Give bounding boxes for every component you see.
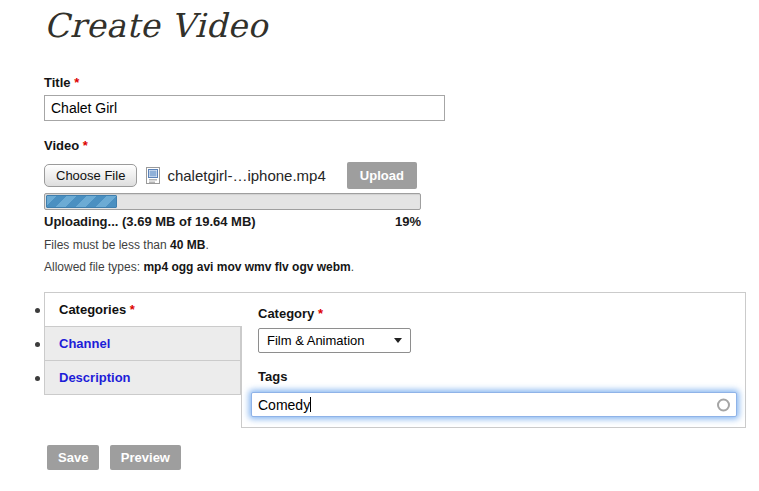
save-button[interactable]: Save — [47, 445, 99, 470]
vertical-tabs: Categories * Channel Description Categor… — [44, 292, 759, 428]
bullet-icon — [35, 308, 40, 313]
help-text: Files must be less than — [44, 238, 170, 252]
tags-input[interactable] — [251, 392, 737, 417]
text-cursor — [310, 397, 311, 412]
progress-percent: 19% — [395, 214, 421, 229]
tab-label: Categories — [59, 302, 126, 317]
category-selected-value: Film & Animation — [267, 333, 365, 348]
title-label: Title * — [44, 75, 759, 90]
upload-progress-bar — [44, 193, 421, 210]
bullet-icon — [35, 376, 40, 381]
autocomplete-throbber-icon — [717, 398, 730, 411]
tab-description[interactable]: Description — [44, 360, 241, 395]
page-title: Create Video — [44, 6, 759, 45]
preview-button[interactable]: Preview — [110, 445, 181, 470]
create-video-form: Create Video Title * Video * Choose File… — [0, 0, 759, 470]
file-upload-help: Files must be less than 40 MB. Allowed f… — [44, 238, 759, 274]
tags-input-wrap — [251, 392, 737, 417]
category-label-text: Category — [258, 306, 314, 321]
vertical-tab-list: Categories * Channel Description — [44, 292, 241, 394]
bullet-icon — [35, 342, 40, 347]
required-asterisk: * — [74, 75, 79, 90]
title-input[interactable] — [44, 95, 445, 121]
required-asterisk: * — [83, 138, 88, 153]
title-field-group: Title * — [44, 75, 759, 121]
file-upload-row: Choose File chaletgirl-…iphone.mp4 Uploa… — [44, 161, 759, 189]
required-asterisk: * — [318, 306, 323, 321]
tab-categories[interactable]: Categories * — [44, 292, 242, 327]
help-line-size: Files must be less than 40 MB. — [44, 238, 759, 252]
chevron-down-icon — [394, 338, 402, 343]
category-select[interactable]: Film & Animation — [258, 328, 411, 353]
tags-label: Tags — [258, 369, 737, 384]
video-label: Video * — [44, 138, 759, 153]
tab-label: Channel — [59, 336, 110, 351]
category-label: Category * — [258, 306, 737, 321]
help-line-types: Allowed file types: mp4 ogg avi mov wmv … — [44, 260, 759, 274]
video-label-text: Video — [44, 138, 79, 153]
help-bold-text: mp4 ogg avi mov wmv flv ogv webm — [143, 260, 350, 274]
help-text: . — [205, 238, 208, 252]
progress-fill — [46, 195, 117, 208]
help-text: . — [351, 260, 354, 274]
upload-button[interactable]: Upload — [347, 162, 417, 189]
tab-channel[interactable]: Channel — [44, 326, 241, 361]
categories-tab-pane: Category * Film & Animation Tags — [241, 292, 746, 428]
help-text: Allowed file types: — [44, 260, 143, 274]
help-bold-text: 40 MB — [170, 238, 205, 252]
title-label-text: Title — [44, 75, 71, 90]
choose-file-button[interactable]: Choose File — [44, 164, 137, 187]
required-asterisk: * — [130, 302, 135, 317]
form-actions: Save Preview — [47, 445, 759, 470]
video-file-icon — [146, 167, 161, 184]
tab-label: Description — [59, 370, 131, 385]
progress-message: Uploading... (3.69 MB of 19.64 MB) — [44, 214, 256, 229]
video-field-group: Video * Choose File chaletgirl-…iphone.m… — [44, 138, 759, 274]
uploaded-file-name: chaletgirl-…iphone.mp4 — [167, 167, 325, 184]
progress-info-row: Uploading... (3.69 MB of 19.64 MB) 19% — [44, 214, 421, 229]
